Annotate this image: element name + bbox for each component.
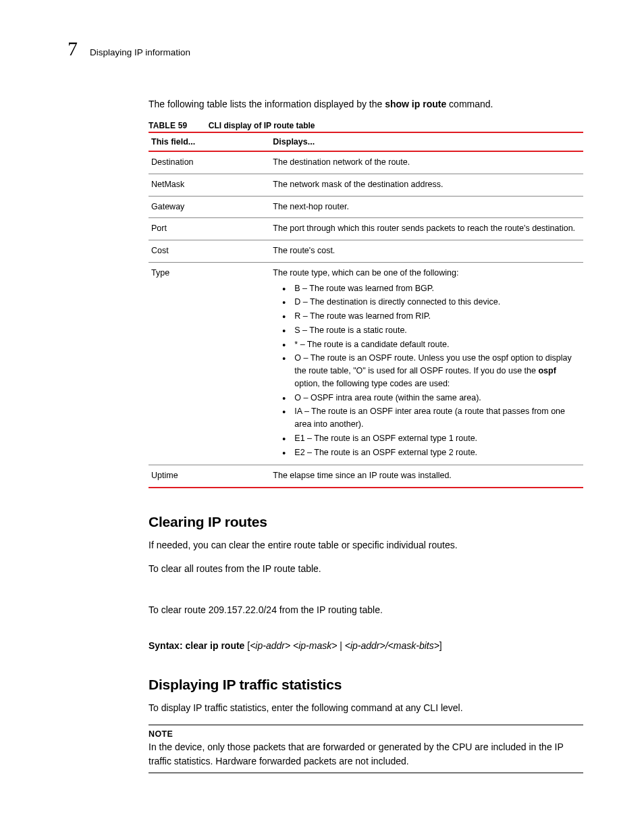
table-row: Uptime The elapse time since an IP route…	[149, 465, 583, 488]
table-row: Cost The route's cost.	[149, 240, 583, 263]
table-row: Gateway The next-hop router.	[149, 196, 583, 218]
table-name: CLI display of IP route table	[209, 121, 315, 130]
type-bullet-list: B – The route was learned from BGP. D – …	[273, 282, 581, 459]
intro-text-after: command.	[446, 99, 493, 109]
intro-paragraph: The following table lists the informatio…	[149, 97, 583, 111]
note-label: NOTE	[149, 729, 583, 739]
cell-disp: The destination network of the route.	[270, 151, 583, 174]
table-header-row: This field... Displays...	[149, 132, 583, 151]
table-caption: TABLE 59 CLI display of IP route table	[149, 121, 583, 130]
page: 7 Displaying IP information The followin…	[0, 0, 644, 814]
intro-command: show ip route	[385, 99, 446, 109]
table-header-field: This field...	[149, 132, 270, 151]
syntax-line: Syntax: clear ip route [<ip-addr> <ip-ma…	[149, 640, 583, 651]
table-header-displays: Displays...	[270, 132, 583, 151]
syntax-arg: <ip-addr>/<mask-bits>	[345, 640, 439, 651]
note-text: In the device, only those packets that a…	[149, 740, 583, 768]
route-table: This field... Displays... Destination Th…	[149, 132, 583, 488]
text-bold: ospf	[538, 366, 556, 375]
main-content: The following table lists the informatio…	[149, 97, 583, 773]
list-item: S – The route is a static route.	[273, 324, 581, 337]
type-intro: The route type, which can be one of the …	[273, 268, 458, 278]
list-item: * – The route is a candidate default rou…	[273, 338, 581, 351]
list-item: B – The route was learned from BGP.	[273, 282, 581, 295]
cell-disp: The network mask of the destination addr…	[270, 174, 583, 196]
list-item: O – OSPF intra area route (within the sa…	[273, 392, 581, 405]
header-title: Displaying IP information	[90, 47, 190, 57]
cell-disp: The next-hop router.	[270, 196, 583, 218]
list-item: E1 – The route is an OSPF external type …	[273, 432, 581, 445]
text: O – The route is an OSPF route. Unless y…	[294, 353, 571, 375]
syntax-open: [	[244, 640, 250, 651]
cell-field: Cost	[149, 240, 270, 263]
section-title-traffic: Displaying IP traffic statistics	[149, 677, 583, 693]
table-row: Port The port through which this router …	[149, 218, 583, 240]
list-item: R – The route was learned from RIP.	[273, 310, 581, 323]
table-row: Type The route type, which can be one of…	[149, 262, 583, 465]
cell-field: NetMask	[149, 174, 270, 196]
section-title-clearing: Clearing IP routes	[149, 514, 583, 530]
page-header: 7 Displaying IP information	[68, 37, 583, 60]
paragraph: To display IP traffic statistics, enter …	[149, 701, 583, 715]
list-item: D – The destination is directly connecte…	[273, 296, 581, 309]
cell-field: Uptime	[149, 465, 270, 488]
cell-disp: The elapse time since an IP route was in…	[270, 465, 583, 488]
intro-text-before: The following table lists the informatio…	[149, 99, 385, 109]
table-label: TABLE 59	[149, 121, 187, 130]
paragraph: If needed, you can clear the entire rout…	[149, 538, 583, 552]
syntax-label: Syntax: clear ip route	[149, 640, 244, 651]
text: option, the following type codes are use…	[294, 379, 450, 388]
cell-disp: The route's cost.	[270, 240, 583, 263]
cell-field: Gateway	[149, 196, 270, 218]
paragraph: To clear all routes from the IP route ta…	[149, 562, 583, 576]
paragraph: To clear route 209.157.22.0/24 from the …	[149, 603, 583, 617]
cell-disp: The port through which this router sends…	[270, 218, 583, 240]
list-item: E2 – The route is an OSPF external type …	[273, 446, 581, 459]
cell-field: Type	[149, 262, 270, 465]
list-item: IA – The route is an OSPF inter area rou…	[273, 405, 581, 431]
cell-field: Port	[149, 218, 270, 240]
list-item: O – The route is an OSPF route. Unless y…	[273, 352, 581, 390]
chapter-number: 7	[68, 37, 78, 60]
syntax-pipe: |	[337, 640, 344, 651]
note-box: NOTE In the device, only those packets t…	[149, 725, 583, 773]
cell-field: Destination	[149, 151, 270, 174]
cell-disp: The route type, which can be one of the …	[270, 262, 583, 465]
table-row: Destination The destination network of t…	[149, 151, 583, 174]
syntax-close: ]	[439, 640, 442, 651]
table-row: NetMask The network mask of the destinat…	[149, 174, 583, 196]
syntax-arg: <ip-addr> <ip-mask>	[250, 640, 337, 651]
